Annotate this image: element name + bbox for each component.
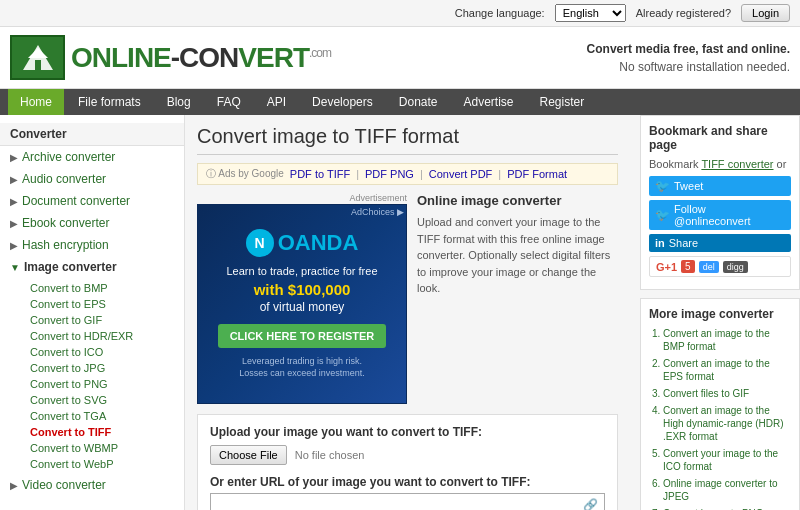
ad-link-2: PDF PNG	[365, 168, 414, 180]
ad-fine-print: Leveraged trading is high risk. Losses c…	[239, 356, 365, 379]
logo-svg	[18, 40, 58, 75]
sidebar-item-hash[interactable]: ▶ Hash encryption	[0, 234, 184, 256]
sidebar-convert-png[interactable]: Convert to PNG	[20, 376, 184, 392]
ad-links: PDF to TIFF	[290, 168, 350, 180]
bookmark-box: Bookmark and share page Bookmark TIFF co…	[640, 115, 800, 290]
url-input-row: 🔗	[210, 493, 605, 510]
upload-label-1: Upload your image you want to convert to…	[210, 425, 605, 439]
advertisement-label: Advertisement	[197, 193, 407, 203]
sidebar-convert-svg[interactable]: Convert to SVG	[20, 392, 184, 408]
top-bar: Change language: English Deutsch Françai…	[0, 0, 800, 27]
extra-social-icons: del digg	[699, 261, 748, 273]
adchoices: AdChoices ▶	[351, 207, 404, 217]
already-registered: Already registered?	[636, 7, 731, 19]
oanda-ad-banner[interactable]: AdChoices ▶ N OANDA Learn to trade, prac…	[197, 204, 407, 404]
oanda-cta-button[interactable]: CLICK HERE TO REGISTER	[218, 324, 387, 348]
description-block: Online image converter Upload and conver…	[417, 193, 618, 404]
more-item-eps[interactable]: Convert an image to the EPS format	[663, 357, 791, 383]
ad-text-3: of virtual money	[260, 300, 345, 314]
more-item-bmp[interactable]: Convert an image to the BMP format	[663, 327, 791, 353]
url-label: Or enter URL of your image you want to c…	[210, 475, 605, 489]
nav-api[interactable]: API	[255, 89, 298, 115]
sidebar-convert-tga[interactable]: Convert to TGA	[20, 408, 184, 424]
tiff-converter-link[interactable]: TIFF converter	[701, 158, 773, 170]
logo-text: ONLINE-CONVERT.com	[71, 42, 331, 74]
tagline: Convert media free, fast and online. No …	[587, 40, 790, 76]
sidebar-convert-bmp[interactable]: Convert to BMP	[20, 280, 184, 296]
twitter-icon: 🐦	[655, 179, 670, 193]
description-text: Upload and convert your image to the TIF…	[417, 214, 618, 297]
logo-vert: VERT	[238, 42, 309, 73]
header: ONLINE-CONVERT.com Convert media free, f…	[0, 27, 800, 89]
three-col-layout: Converter ▶ Archive converter ▶ Audio co…	[0, 115, 800, 510]
change-language-label: Change language:	[455, 7, 545, 19]
nav-bar: Home File formats Blog FAQ API Developer…	[0, 89, 800, 115]
sidebar-item-archive[interactable]: ▶ Archive converter	[0, 146, 184, 168]
more-item-jpeg[interactable]: Online image converter to JPEG	[663, 477, 791, 503]
bookmark-text: Bookmark TIFF converter or	[649, 158, 791, 170]
sidebar-convert-hdr[interactable]: Convert to HDR/EXR	[20, 328, 184, 344]
oanda-icon: N	[246, 229, 274, 257]
nav-file-formats[interactable]: File formats	[66, 89, 153, 115]
logo-dash: -	[171, 42, 179, 73]
nav-blog[interactable]: Blog	[155, 89, 203, 115]
logo: ONLINE-CONVERT.com	[10, 35, 331, 80]
nav-advertise[interactable]: Advertise	[452, 89, 526, 115]
svg-rect-2	[35, 60, 41, 70]
sidebar-convert-eps[interactable]: Convert to EPS	[20, 296, 184, 312]
description-title: Online image converter	[417, 193, 618, 208]
oanda-name: OANDA	[278, 230, 359, 256]
nav-home[interactable]: Home	[8, 89, 64, 115]
login-button[interactable]: Login	[741, 4, 790, 22]
sidebar-item-ebook[interactable]: ▶ Ebook converter	[0, 212, 184, 234]
choose-file-button[interactable]: Choose File	[210, 445, 287, 465]
sidebar: Converter ▶ Archive converter ▶ Audio co…	[0, 115, 185, 510]
more-item-hdr[interactable]: Convert an image to the High dynamic-ran…	[663, 404, 791, 443]
tagline-line2: No software installation needed.	[619, 60, 790, 74]
page-title: Convert image to TIFF format	[197, 125, 618, 155]
ad-text-1: Learn to trade, practice for free	[226, 265, 377, 277]
share-button[interactable]: in Share	[649, 234, 791, 252]
tagline-line1: Convert media free, fast and online.	[587, 42, 790, 56]
sidebar-item-document[interactable]: ▶ Document converter	[0, 190, 184, 212]
sidebar-convert-gif[interactable]: Convert to GIF	[20, 312, 184, 328]
sidebar-convert-webp[interactable]: Convert to WebP	[20, 456, 184, 472]
gplus-section[interactable]: G+1 5 del digg	[649, 256, 791, 277]
more-item-ico[interactable]: Convert your image to the ICO format	[663, 447, 791, 473]
ad-block: Advertisement AdChoices ▶ N OANDA Learn …	[197, 193, 407, 404]
nav-register[interactable]: Register	[528, 89, 597, 115]
linkedin-icon: in	[655, 237, 665, 249]
ad-text-2: with $100,000	[254, 281, 351, 298]
more-item-gif[interactable]: Convert files to GIF	[663, 387, 791, 400]
content-grid: Advertisement AdChoices ▶ N OANDA Learn …	[197, 193, 618, 404]
gplus-count: 5	[681, 260, 695, 273]
bookmark-title: Bookmark and share page	[649, 124, 791, 152]
nav-developers[interactable]: Developers	[300, 89, 385, 115]
link-icon: 🔗	[577, 494, 604, 510]
sidebar-item-image[interactable]: ▼ Image converter	[0, 256, 184, 278]
language-select[interactable]: English Deutsch Français	[555, 4, 626, 22]
gplus-icon: G+1	[656, 261, 677, 273]
no-file-chosen: No file chosen	[295, 449, 365, 461]
file-row: Choose File No file chosen	[210, 445, 605, 465]
upload-section: Upload your image you want to convert to…	[197, 414, 618, 510]
bookmark-suffix: or	[774, 158, 787, 170]
ads-bar: ⓘ Ads by Google PDF to TIFF | PDF PNG | …	[197, 163, 618, 185]
sidebar-item-video[interactable]: ▶ Video converter	[0, 474, 184, 496]
nav-faq[interactable]: FAQ	[205, 89, 253, 115]
follow-button[interactable]: 🐦 Follow @onlineconvert	[649, 200, 791, 230]
sidebar-convert-tiff[interactable]: Convert to TIFF	[20, 424, 184, 440]
more-converters-box: More image converter Convert an image to…	[640, 298, 800, 510]
ad-link-3: Convert PDF	[429, 168, 493, 180]
oanda-logo: N OANDA	[246, 229, 359, 257]
sidebar-convert-ico[interactable]: Convert to ICO	[20, 344, 184, 360]
nav-donate[interactable]: Donate	[387, 89, 450, 115]
sidebar-title: Converter	[0, 123, 184, 146]
digg-icon: digg	[723, 261, 748, 273]
ads-by-google: ⓘ Ads by Google	[206, 167, 284, 181]
url-input[interactable]	[211, 495, 577, 510]
sidebar-item-audio[interactable]: ▶ Audio converter	[0, 168, 184, 190]
sidebar-convert-jpg[interactable]: Convert to JPG	[20, 360, 184, 376]
sidebar-convert-wbmp[interactable]: Convert to WBMP	[20, 440, 184, 456]
tweet-button[interactable]: 🐦 Tweet	[649, 176, 791, 196]
